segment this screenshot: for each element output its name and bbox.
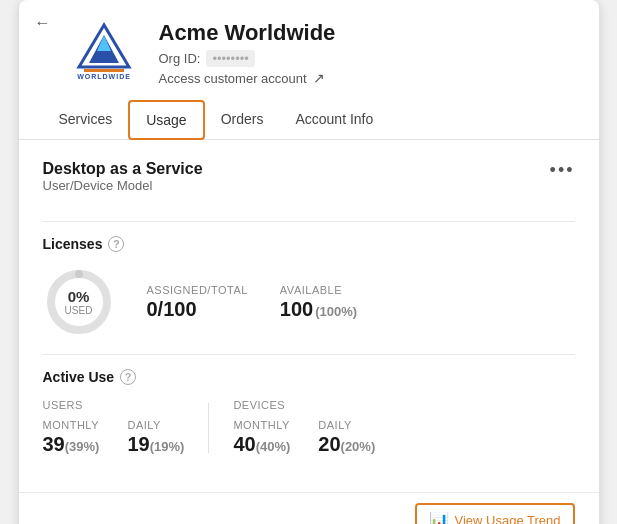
assigned-total-stat: ASSIGNED/TOTAL 0/100 (147, 284, 248, 321)
tab-usage[interactable]: Usage (128, 100, 204, 140)
section-title-group: Desktop as a Service User/Device Model (43, 160, 203, 207)
active-use-title: Active Use ? (43, 369, 575, 385)
active-use-row: USERS MONTHLY 39(39%) DAILY 19(19%) (43, 399, 575, 456)
devices-daily-value: 20(20%) (318, 433, 375, 456)
users-group: USERS MONTHLY 39(39%) DAILY 19(19%) (43, 399, 185, 456)
svg-marker-2 (97, 35, 111, 51)
refresh-icon[interactable]: ↗ (313, 70, 325, 86)
tab-account-info[interactable]: Account Info (279, 101, 389, 139)
org-id-value: •••••••• (206, 50, 254, 67)
users-metrics: MONTHLY 39(39%) DAILY 19(19%) (43, 419, 185, 456)
devices-monthly-value: 40(40%) (233, 433, 290, 456)
assigned-total-label: ASSIGNED/TOTAL (147, 284, 248, 296)
devices-daily-metric: DAILY 20(20%) (318, 419, 375, 456)
tab-services[interactable]: Services (43, 101, 129, 139)
devices-monthly-metric: MONTHLY 40(40%) (233, 419, 290, 456)
licenses-title: Licenses ? (43, 236, 575, 252)
available-value: 100(100%) (280, 298, 357, 321)
licenses-help-icon[interactable]: ? (108, 236, 124, 252)
devices-group-label: DEVICES (233, 399, 375, 411)
available-stat: AVAILABLE 100(100%) (280, 284, 357, 321)
svg-text:WORLDWIDE: WORLDWIDE (77, 73, 131, 80)
org-id-label: Org ID: (159, 51, 201, 66)
section-title: Desktop as a Service (43, 160, 203, 178)
licenses-row: 0% USED ASSIGNED/TOTAL 0/100 AVAILABLE 1… (43, 266, 575, 338)
divider-1 (43, 221, 575, 222)
section-header: Desktop as a Service User/Device Model •… (43, 160, 575, 207)
active-use-help-icon[interactable]: ? (120, 369, 136, 385)
main-content: Desktop as a Service User/Device Model •… (19, 140, 599, 476)
users-group-label: USERS (43, 399, 185, 411)
donut-chart: 0% USED (43, 266, 115, 338)
svg-rect-3 (84, 69, 124, 72)
devices-metrics: MONTHLY 40(40%) DAILY 20(20%) (233, 419, 375, 456)
available-label: AVAILABLE (280, 284, 357, 296)
users-monthly-value: 39(39%) (43, 433, 100, 456)
nav-tabs: Services Usage Orders Account Info (19, 100, 599, 140)
main-window: ← WORLDWIDE Acme Worldwide Org ID: •••••… (19, 0, 599, 524)
company-logo: WORLDWIDE (69, 21, 139, 85)
access-link-text[interactable]: Access customer account (159, 71, 307, 86)
company-name: Acme Worldwide (159, 20, 575, 46)
licenses-section: Licenses ? 0% USED ASSIGNED (43, 236, 575, 338)
assigned-total-value: 0/100 (147, 298, 248, 321)
org-id-row: Org ID: •••••••• (159, 50, 575, 67)
active-use-section: Active Use ? USERS MONTHLY 39(39%) (43, 369, 575, 456)
more-options-icon[interactable]: ••• (550, 160, 575, 181)
users-daily-metric: DAILY 19(19%) (127, 419, 184, 456)
trend-chart-icon: 📊 (429, 511, 449, 524)
company-info: Acme Worldwide Org ID: •••••••• Access c… (159, 20, 575, 86)
divider-2 (43, 354, 575, 355)
back-button[interactable]: ← (35, 14, 51, 32)
tab-orders[interactable]: Orders (205, 101, 280, 139)
view-usage-trend-button[interactable]: 📊 View Usage Trend (415, 503, 575, 524)
group-divider (208, 403, 209, 453)
devices-group: DEVICES MONTHLY 40(40%) DAILY 20(20%) (233, 399, 375, 456)
donut-label: 0% USED (65, 288, 93, 316)
section-subtitle: User/Device Model (43, 178, 203, 193)
header: WORLDWIDE Acme Worldwide Org ID: •••••••… (19, 0, 599, 86)
access-link-row: Access customer account ↗ (159, 70, 575, 86)
footer-row: 📊 View Usage Trend (19, 492, 599, 524)
users-daily-value: 19(19%) (127, 433, 184, 456)
users-monthly-metric: MONTHLY 39(39%) (43, 419, 100, 456)
